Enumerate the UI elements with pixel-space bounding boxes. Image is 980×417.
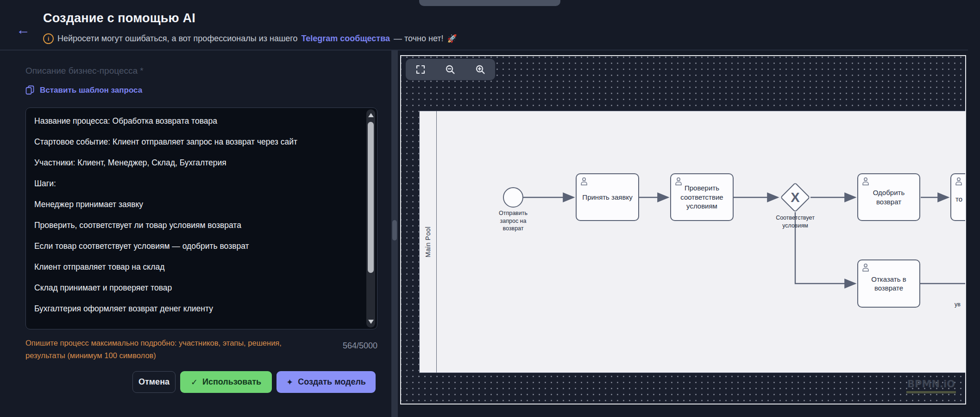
fullscreen-icon (415, 64, 426, 75)
description-line: Если товар соответствует условиям — одоб… (34, 236, 362, 257)
zoom-in-button[interactable] (471, 60, 490, 79)
description-label: Описание бизнес-процесса * (25, 66, 144, 76)
insert-template-label: Вставить шаблон запроса (40, 86, 142, 95)
cancel-button-label: Отмена (138, 377, 170, 387)
start-event-label: Отправить запрос на возврат (491, 209, 535, 233)
task-accept-request[interactable]: Принять заявку (576, 173, 639, 221)
page-title: Создание с помощью AI (43, 11, 195, 25)
info-icon: i (43, 33, 54, 44)
scroll-down-icon[interactable] (368, 320, 374, 324)
task-label: то (955, 195, 962, 204)
description-hint: Опишите процесс максимально подробно: уч… (25, 337, 303, 362)
create-model-button-label: Создать модель (298, 377, 366, 387)
bpmn-canvas[interactable]: Main Pool Отправить запрос на возврат (400, 55, 966, 404)
insert-template-button[interactable]: Вставить шаблон запроса (25, 85, 142, 95)
textarea-scrollbar-thumb[interactable] (368, 122, 374, 273)
create-model-button[interactable]: ✦ Создать модель (276, 371, 376, 393)
textarea-scrollbar[interactable] (366, 109, 375, 328)
sparkle-icon: ✦ (286, 377, 293, 387)
header-divider (0, 50, 968, 51)
cancel-button[interactable]: Отмена (132, 371, 176, 393)
user-icon (861, 263, 871, 273)
description-line: Склад принимает и проверяет товар (34, 278, 362, 298)
char-counter: 564/5000 (303, 341, 377, 351)
use-button-label: Использовать (202, 377, 261, 387)
user-icon (579, 177, 590, 187)
task-clipped-right[interactable]: то (950, 173, 966, 221)
copy-icon (25, 85, 34, 95)
description-line: Проверить, соответствует ли товар услови… (34, 215, 362, 236)
description-line: Стартовое событие: Клиент отправляет зап… (34, 132, 362, 152)
description-line: Бухгалтерия оформляет возврат денег клие… (34, 298, 362, 319)
task-check-conditions[interactable]: Проверить соответствие условиям (670, 173, 734, 221)
zoom-out-icon (445, 64, 456, 75)
top-popup-remnant (419, 0, 560, 6)
task-label: Проверить соответствие условиям (675, 183, 729, 211)
bpmn-io-watermark: BPMN.iO (906, 379, 956, 393)
fullscreen-button[interactable] (411, 60, 430, 79)
task-approve-return[interactable]: Одобрить возврат (857, 173, 920, 221)
back-button[interactable]: ← (14, 20, 32, 39)
gateway-x-symbol: X (785, 187, 806, 208)
zoom-out-button[interactable] (441, 60, 459, 79)
description-line: Клиент отправляет товар на склад (34, 257, 362, 278)
user-icon (861, 177, 871, 187)
zoom-in-icon (475, 64, 486, 75)
app-root: ← Создание с помощью AI i Нейросети могу… (0, 0, 980, 417)
task-label: Отказать в возврате (862, 275, 915, 293)
user-icon (674, 177, 684, 187)
clipped-edge-label: ув (955, 301, 966, 309)
rocket-emoji: 🚀 (447, 34, 457, 44)
description-line: Шаги: (34, 173, 362, 194)
description-textarea[interactable]: Название процесса: Обработка возврата то… (25, 107, 377, 329)
task-reject-return[interactable]: Отказать в возврате (857, 259, 920, 308)
canvas-toolbar (406, 59, 495, 80)
ai-warning-note: i Нейросети могут ошибаться, а вот профе… (43, 33, 457, 44)
description-line: Название процесса: Обработка возврата то… (34, 111, 362, 132)
scroll-up-icon[interactable] (368, 113, 374, 117)
back-arrow-icon: ← (16, 22, 30, 38)
user-icon (954, 177, 964, 187)
notice-suffix: — точно нет! (394, 34, 444, 44)
telegram-link[interactable]: Telegram сообщества (302, 34, 390, 44)
task-label: Принять заявку (582, 193, 632, 202)
panel-scrollbar-thumb[interactable] (392, 220, 397, 240)
use-button[interactable]: ✓ Использовать (180, 371, 272, 393)
check-icon: ✓ (191, 377, 198, 387)
description-line: Участники: Клиент, Менеджер, Склад, Бухг… (34, 152, 362, 173)
start-event[interactable] (503, 187, 523, 208)
description-text: Название процесса: Обработка возврата то… (34, 111, 362, 319)
gateway-label: Соответствует условиям (767, 214, 823, 229)
task-label: Одобрить возврат (862, 188, 915, 206)
panel-scrollbar[interactable] (391, 51, 398, 417)
description-line: Менеджер принимает заявку (34, 194, 362, 215)
notice-prefix: Нейросети могут ошибаться, а вот професс… (57, 34, 298, 44)
sequence-flows (401, 56, 965, 404)
